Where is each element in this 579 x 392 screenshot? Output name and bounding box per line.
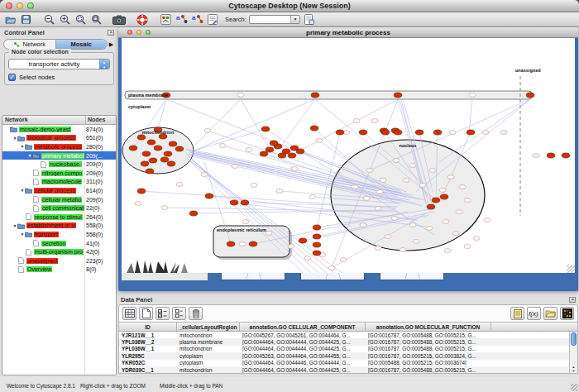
node-selected[interactable] [160,157,169,162]
node-selected[interactable] [175,146,184,151]
table-scrollbar[interactable]: ▲▼ [569,332,577,373]
tree-row[interactable]: Overview8(0) [2,265,116,275]
tree-row[interactable]: cell communicat22(0) [2,203,116,213]
node[interactable] [473,237,480,241]
select-attributes-icon[interactable] [156,307,170,320]
node[interactable] [328,266,335,270]
node-selected[interactable] [394,93,402,98]
node-selected[interactable] [205,194,213,198]
node[interactable] [464,198,471,203]
annotation-b-icon[interactable]: a [190,14,203,26]
tree-row[interactable]: secretion41(0) [2,239,116,248]
node[interactable] [239,242,246,246]
node-selected[interactable] [164,151,172,156]
node[interactable] [232,165,238,169]
node-selected[interactable] [562,153,570,158]
table-row[interactable]: YPL036W__1mitochondrion[GO:0044464, GO:0… [119,346,569,352]
node-selected[interactable] [266,147,274,152]
formula-icon[interactable]: f(x) [527,307,541,320]
tab-scroll-right-icon[interactable]: ▶ [108,41,115,48]
node-selected[interactable] [336,130,344,135]
node[interactable] [403,179,409,183]
node[interactable] [304,256,311,261]
tree-row[interactable]: nitrogen compo209(0) [2,169,116,178]
tree-row[interactable]: ▼metabolic process280(0) [2,142,116,151]
node[interactable] [400,248,406,252]
node[interactable] [409,223,416,227]
column-header[interactable]: _cellularLayoutRegion [177,323,240,331]
delete-attribute-icon[interactable] [189,307,203,320]
tree-row[interactable]: ▼primary metabol209(... [2,151,116,160]
import-attributes-icon[interactable] [543,307,557,320]
node[interactable] [469,93,476,98]
node-selected[interactable] [313,242,321,247]
node[interactable] [343,131,350,135]
node[interactable] [288,245,294,249]
tree-column-network[interactable]: Network [2,116,85,124]
network-view-titlebar[interactable]: primary metabolic process [118,27,578,38]
node[interactable] [413,240,419,244]
notepad-icon[interactable] [510,307,524,320]
table-row[interactable]: YKR052Ccytoplasm[GO:0044464, GO:0044446,… [119,360,569,366]
node[interactable] [371,119,378,123]
node[interactable] [375,207,381,211]
node[interactable] [237,93,244,98]
node-selected[interactable] [427,204,435,209]
snapshot-icon[interactable] [112,14,126,26]
annotation-a-icon[interactable]: a [175,14,188,26]
column-header[interactable]: annotation.GO CELLULAR_COMPONENT [240,323,366,331]
node-selected[interactable] [169,141,177,146]
table-row[interactable]: YPL036W__2plasma membrane[GO:0044464, GO… [119,338,569,345]
node[interactable] [363,197,370,201]
help-icon[interactable] [136,14,149,26]
node-selected[interactable] [415,130,423,135]
tree-row[interactable]: ▼establishment of lo558(0) [2,222,116,231]
node-selected[interactable] [142,151,151,156]
node-selected[interactable] [154,146,162,151]
tree-row[interactable]: ▼transport558(0) [2,230,116,239]
column-header[interactable]: ID [119,323,177,331]
node-selected[interactable] [137,135,146,140]
node-selected[interactable] [433,130,442,135]
node-selected[interactable] [432,198,440,203]
node[interactable] [456,210,462,214]
node-selected[interactable] [147,140,156,145]
node[interactable] [176,183,183,187]
node-selected[interactable] [261,127,270,131]
tree-column-nodes[interactable]: Nodes [85,116,116,124]
zoom-selected-icon[interactable] [74,14,87,26]
tree-row[interactable]: ▼cellular process614(0) [2,186,116,195]
tree-row[interactable]: ▼biological_process651(0) [2,134,116,143]
node[interactable] [353,119,360,123]
data-panel-float-icon[interactable] [569,297,576,303]
tab-mosaic[interactable]: Mosaic [55,40,108,49]
window-resize-grip[interactable] [571,384,578,391]
view-resize-grip[interactable] [567,265,575,273]
node[interactable] [391,217,398,221]
node-selected[interactable] [189,211,198,216]
node[interactable] [360,223,366,227]
node[interactable] [316,139,323,143]
node[interactable] [393,159,400,163]
node[interactable] [459,185,466,189]
node[interactable] [219,144,226,148]
node-selected[interactable] [440,194,448,199]
zoom-fit-icon[interactable] [89,14,103,26]
node[interactable] [464,245,471,249]
tree-row[interactable]: response to stimul264(0) [2,213,116,222]
node[interactable] [439,189,446,193]
node[interactable] [340,258,347,262]
column-header[interactable]: annotation.GO MOLECULAR_FUNCTION [366,323,491,331]
node-selected[interactable] [526,93,534,98]
tree-row[interactable]: multi-organism pro42(0) [2,247,116,256]
node[interactable] [309,195,316,199]
new-attribute-icon[interactable] [139,307,153,320]
tree-row[interactable]: nucleobase-209(0) [2,160,116,169]
tree-row[interactable]: mosaic-demo-yeast874(0) [2,125,116,134]
node-selected[interactable] [241,200,249,205]
node[interactable] [201,173,208,177]
node[interactable] [161,206,168,210]
tree-row[interactable]: cellular metabo209(0) [2,195,116,204]
node-selected[interactable] [278,153,286,158]
node[interactable] [204,129,211,133]
